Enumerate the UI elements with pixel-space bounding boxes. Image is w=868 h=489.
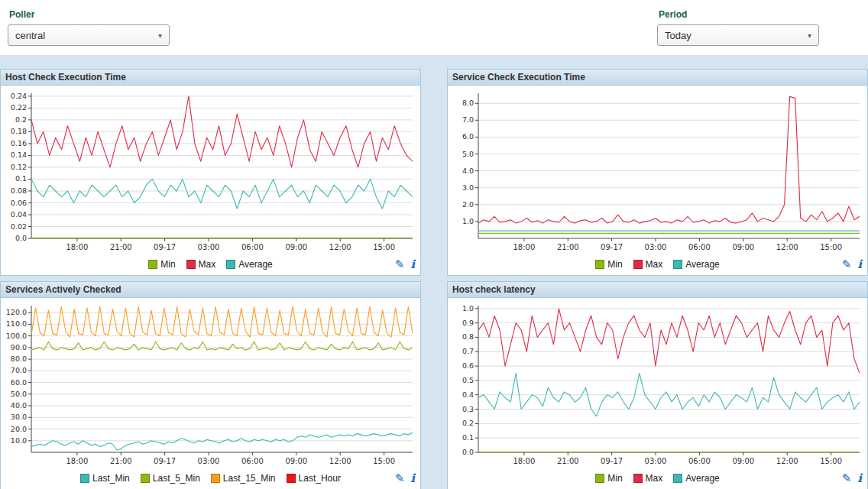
period-selected-value: Today xyxy=(665,30,691,41)
period-filter-group: Period Today ▾ xyxy=(657,6,819,55)
poller-label: Poller xyxy=(9,9,170,20)
edit-graph-icon[interactable]: ✎ xyxy=(842,471,852,485)
legend-label: Max xyxy=(646,473,663,484)
legend-color-swatch xyxy=(633,474,643,483)
svg-text:1.0: 1.0 xyxy=(462,304,474,313)
legend-color-swatch xyxy=(673,260,682,269)
legend-color-swatch xyxy=(673,474,682,483)
dashboard: Host Check Execution Time 0.00.020.040.0… xyxy=(0,55,868,489)
legend-label: Last_15_Min xyxy=(223,473,276,484)
svg-text:0.8: 0.8 xyxy=(462,332,474,341)
svg-text:09-17: 09-17 xyxy=(601,243,623,251)
chart-plot[interactable]: 0.00.020.040.060.080.10.120.140.160.180.… xyxy=(1,86,420,255)
info-icon[interactable]: i xyxy=(857,257,862,271)
legend-label: Max xyxy=(199,259,216,270)
svg-text:0.0: 0.0 xyxy=(462,448,474,456)
svg-text:15:00: 15:00 xyxy=(820,243,842,251)
svg-text:80.0: 80.0 xyxy=(11,355,27,363)
svg-text:7.0: 7.0 xyxy=(462,115,474,124)
svg-text:90.0: 90.0 xyxy=(11,343,27,351)
svg-text:06:00: 06:00 xyxy=(241,243,264,251)
svg-text:21:00: 21:00 xyxy=(557,243,579,251)
legend-color-swatch xyxy=(211,474,220,483)
legend-item: Last_Hour xyxy=(287,473,341,484)
dashboard-grid: Host Check Execution Time 0.00.020.040.0… xyxy=(0,69,868,489)
svg-text:12:00: 12:00 xyxy=(776,457,798,465)
legend-item: Max xyxy=(186,259,216,270)
legend-color-swatch xyxy=(148,260,157,269)
legend-item: Max xyxy=(633,473,663,484)
svg-text:120.0: 120.0 xyxy=(6,308,27,316)
svg-text:1.0: 1.0 xyxy=(462,217,474,225)
svg-text:0.5: 0.5 xyxy=(462,376,474,384)
svg-text:09-17: 09-17 xyxy=(601,457,623,465)
chevron-down-icon: ▾ xyxy=(808,31,811,40)
svg-text:0.16: 0.16 xyxy=(11,139,27,147)
svg-text:18:00: 18:00 xyxy=(66,457,88,465)
svg-text:0.22: 0.22 xyxy=(11,103,27,112)
info-icon[interactable]: i xyxy=(410,471,415,485)
svg-text:30.0: 30.0 xyxy=(11,413,27,421)
legend-item: Min xyxy=(595,473,622,484)
edit-graph-icon[interactable]: ✎ xyxy=(395,257,405,271)
chart-plot[interactable]: 1.02.03.04.05.06.07.08.018:0021:0009-170… xyxy=(448,86,867,255)
poller-select[interactable]: central ▾ xyxy=(8,24,170,46)
svg-text:5.0: 5.0 xyxy=(462,150,474,158)
legend-item: Max xyxy=(633,259,663,270)
legend-item: Last_5_Min xyxy=(141,473,200,484)
legend-color-swatch xyxy=(186,260,196,269)
svg-text:06:00: 06:00 xyxy=(688,457,711,465)
legend-label: Max xyxy=(646,259,663,270)
svg-text:2.0: 2.0 xyxy=(462,200,474,209)
svg-text:03:00: 03:00 xyxy=(198,457,220,465)
chart-title: Host check latency xyxy=(448,282,867,298)
svg-text:3.0: 3.0 xyxy=(462,183,474,192)
info-icon[interactable]: i xyxy=(857,471,862,485)
chart-legend: MinMaxAverage xyxy=(590,473,725,485)
edit-graph-icon[interactable]: ✎ xyxy=(395,471,405,485)
svg-text:21:00: 21:00 xyxy=(110,243,132,251)
chart-title: Host Check Execution Time xyxy=(1,70,420,86)
poller-filter-group: Poller central ▾ xyxy=(8,6,170,55)
chart-panel-host-check-latency: Host check latency 0.00.10.20.30.40.50.6… xyxy=(447,281,868,489)
chart-panel-services-actively-checked: Services Actively Checked 10.020.030.040… xyxy=(0,281,421,489)
legend-color-swatch xyxy=(633,260,643,269)
chart-plot[interactable]: 0.00.10.20.30.40.50.60.70.80.91.018:0021… xyxy=(448,298,867,469)
chevron-down-icon: ▾ xyxy=(158,31,162,40)
legend-label: Min xyxy=(160,259,175,270)
legend-bar: Last_MinLast_5_MinLast_15_MinLast_Hour ✎… xyxy=(1,469,420,489)
svg-text:0.06: 0.06 xyxy=(11,199,27,207)
legend-label: Last_Hour xyxy=(299,473,341,484)
svg-text:0.1: 0.1 xyxy=(462,433,474,442)
legend-item: Average xyxy=(673,473,719,484)
svg-text:40.0: 40.0 xyxy=(11,401,27,410)
svg-text:0.1: 0.1 xyxy=(15,174,27,183)
svg-text:20.0: 20.0 xyxy=(11,425,27,433)
period-select[interactable]: Today ▾ xyxy=(657,24,819,46)
svg-text:0.2: 0.2 xyxy=(462,419,474,427)
svg-text:03:00: 03:00 xyxy=(198,243,220,251)
svg-text:21:00: 21:00 xyxy=(110,457,132,465)
legend-color-swatch xyxy=(141,474,150,483)
chart-title: Services Actively Checked xyxy=(1,282,420,298)
svg-text:15:00: 15:00 xyxy=(820,457,842,465)
svg-text:60.0: 60.0 xyxy=(11,378,27,387)
info-icon[interactable]: i xyxy=(410,257,415,271)
svg-text:18:00: 18:00 xyxy=(513,243,535,251)
svg-text:15:00: 15:00 xyxy=(373,243,395,251)
svg-text:09:00: 09:00 xyxy=(285,243,307,251)
chart-plot[interactable]: 10.020.030.040.050.060.070.080.090.0100.… xyxy=(1,298,420,469)
svg-text:06:00: 06:00 xyxy=(688,243,711,251)
legend-bar: MinMaxAverage ✎ i xyxy=(448,469,867,489)
svg-text:100.0: 100.0 xyxy=(6,332,27,340)
legend-label: Average xyxy=(685,473,719,484)
svg-text:0.6: 0.6 xyxy=(462,361,474,370)
edit-graph-icon[interactable]: ✎ xyxy=(842,257,852,271)
svg-text:6.0: 6.0 xyxy=(462,132,474,141)
panel-icons: ✎ i xyxy=(842,471,862,485)
filter-bar: Poller central ▾ Period Today ▾ xyxy=(0,0,868,55)
legend-color-swatch xyxy=(80,474,89,483)
svg-text:03:00: 03:00 xyxy=(645,457,667,465)
chart-title: Service Check Execution Time xyxy=(448,70,867,86)
svg-text:0.08: 0.08 xyxy=(11,186,27,195)
